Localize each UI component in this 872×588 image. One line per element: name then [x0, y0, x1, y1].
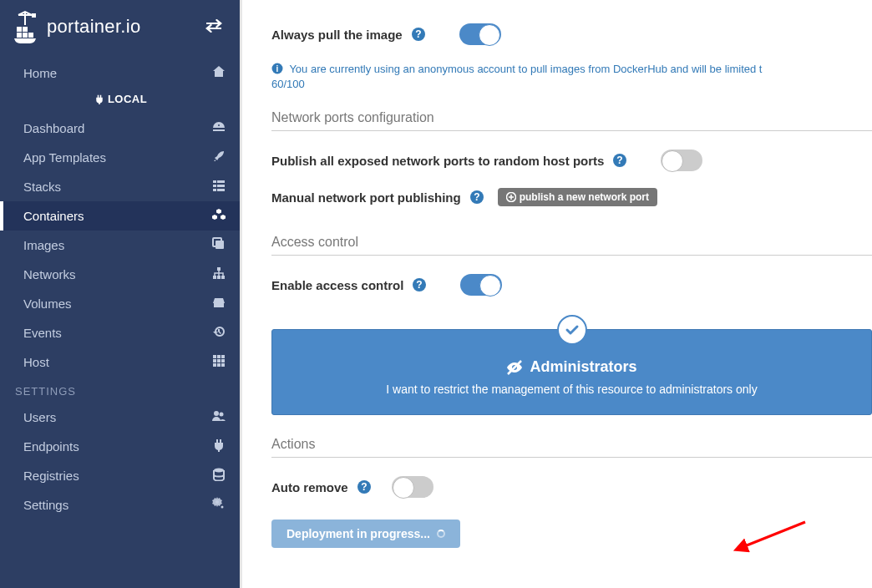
portainer-logo-icon: [13, 10, 42, 43]
sidebar-item-containers[interactable]: Containers: [0, 201, 241, 231]
clone-icon: [211, 237, 226, 253]
svg-rect-1: [23, 27, 28, 32]
brand-name: portainer.io: [47, 16, 140, 38]
enable-access-label: Enable access control: [271, 278, 403, 292]
help-icon[interactable]: ?: [612, 153, 627, 168]
svg-text:?: ?: [617, 155, 623, 166]
svg-rect-17: [221, 276, 225, 279]
rocket-icon: [211, 150, 226, 165]
access-card-administrators[interactable]: Administrators I want to restrict the ma…: [271, 329, 872, 415]
check-badge-icon: [557, 315, 587, 345]
list-icon: [211, 179, 226, 195]
svg-text:?: ?: [417, 279, 423, 291]
sidebar-item-templates[interactable]: App Templates: [0, 143, 241, 172]
publish-port-button[interactable]: publish a new network port: [498, 188, 657, 206]
svg-rect-6: [213, 180, 216, 183]
sidebar-item-settings[interactable]: Settings: [0, 490, 241, 520]
annotation-arrow: [734, 518, 809, 562]
sidebar-item-registries[interactable]: Registries: [0, 461, 241, 490]
database-icon: [211, 468, 226, 484]
svg-rect-10: [213, 189, 216, 191]
sidebar: portainer.io Home LOCAL Dashboard App Te…: [0, 0, 241, 588]
svg-rect-24: [213, 363, 216, 367]
svg-text:?: ?: [474, 191, 479, 203]
svg-text:?: ?: [361, 481, 367, 493]
svg-point-27: [214, 411, 219, 416]
brand: portainer.io: [0, 0, 241, 58]
sidebar-item-host[interactable]: Host: [0, 347, 241, 377]
svg-rect-2: [17, 33, 22, 38]
sidebar-item-home[interactable]: Home: [0, 58, 241, 88]
enable-access-row: Enable access control ?: [271, 274, 872, 296]
help-icon[interactable]: ?: [357, 479, 372, 494]
plug-mini-icon: [94, 94, 104, 104]
spinner-icon: [437, 530, 445, 538]
publish-all-toggle[interactable]: [661, 150, 702, 171]
plug-icon: [211, 438, 226, 454]
users-icon: [211, 409, 226, 425]
sidebar-local-header: LOCAL: [0, 88, 241, 114]
svg-point-31: [221, 506, 224, 509]
svg-rect-26: [221, 363, 225, 367]
sidebar-item-events[interactable]: Events: [0, 318, 241, 347]
main-content: Always pull the image ? i You are curren…: [241, 0, 872, 588]
section-actions: Actions: [271, 437, 872, 458]
svg-rect-21: [213, 359, 216, 362]
plus-circle-icon: [506, 192, 516, 202]
home-icon: [211, 65, 226, 81]
always-pull-row: Always pull the image ?: [271, 23, 872, 45]
enable-access-toggle[interactable]: [460, 274, 502, 296]
cubes-icon: [211, 208, 226, 224]
sidebar-item-endpoints[interactable]: Endpoints: [0, 432, 241, 461]
svg-rect-23: [221, 359, 225, 362]
sidebar-item-images[interactable]: Images: [0, 231, 241, 260]
access-card-title: Administrators: [530, 358, 636, 376]
svg-rect-11: [217, 189, 225, 191]
svg-rect-16: [217, 276, 221, 279]
section-network: Network ports configuration: [271, 110, 872, 131]
swap-icon[interactable]: [205, 19, 228, 35]
svg-rect-20: [221, 355, 225, 358]
sidebar-item-users[interactable]: Users: [0, 403, 241, 432]
svg-rect-12: [215, 241, 224, 249]
sidebar-item-stacks[interactable]: Stacks: [0, 172, 241, 201]
th-icon: [211, 354, 226, 370]
help-icon[interactable]: ?: [469, 190, 484, 205]
cogs-icon: [211, 497, 226, 513]
sidebar-item-networks[interactable]: Networks: [0, 260, 241, 289]
svg-rect-3: [23, 33, 28, 38]
history-icon: [211, 325, 226, 341]
sitemap-icon: [211, 266, 226, 282]
deploy-button[interactable]: Deployment in progress...: [271, 520, 460, 548]
eye-off-icon: [506, 359, 523, 376]
svg-point-29: [214, 469, 224, 473]
always-pull-toggle[interactable]: [459, 23, 501, 45]
publish-all-label: Publish all exposed network ports to ran…: [271, 154, 604, 168]
help-icon[interactable]: ?: [412, 277, 427, 292]
dashboard-icon: [211, 120, 226, 136]
auto-remove-toggle[interactable]: [392, 476, 433, 498]
svg-rect-14: [217, 267, 221, 271]
svg-rect-15: [213, 276, 216, 279]
sidebar-item-dashboard[interactable]: Dashboard: [0, 114, 241, 143]
svg-rect-8: [213, 185, 216, 187]
svg-rect-4: [28, 33, 33, 38]
hdd-icon: [211, 296, 226, 312]
manual-publish-row: Manual network port publishing ? publish…: [271, 188, 872, 206]
svg-line-45: [743, 522, 805, 547]
auto-remove-label: Auto remove: [271, 480, 348, 494]
access-card-desc: I want to restrict the management of thi…: [289, 383, 854, 396]
anon-notice: i You are currently using an anonymous a…: [271, 62, 872, 92]
sidebar-settings-header: SETTINGS: [0, 377, 241, 403]
manual-publish-label: Manual network port publishing: [271, 190, 461, 205]
svg-point-28: [220, 413, 224, 417]
svg-rect-7: [217, 180, 225, 183]
info-icon: i: [271, 63, 283, 74]
publish-all-row: Publish all exposed network ports to ran…: [271, 150, 872, 171]
help-icon[interactable]: ?: [411, 27, 426, 42]
sidebar-item-volumes[interactable]: Volumes: [0, 289, 241, 318]
section-access: Access control: [271, 235, 872, 256]
svg-rect-19: [217, 355, 221, 358]
auto-remove-row: Auto remove ?: [271, 476, 872, 498]
svg-rect-9: [217, 185, 225, 187]
